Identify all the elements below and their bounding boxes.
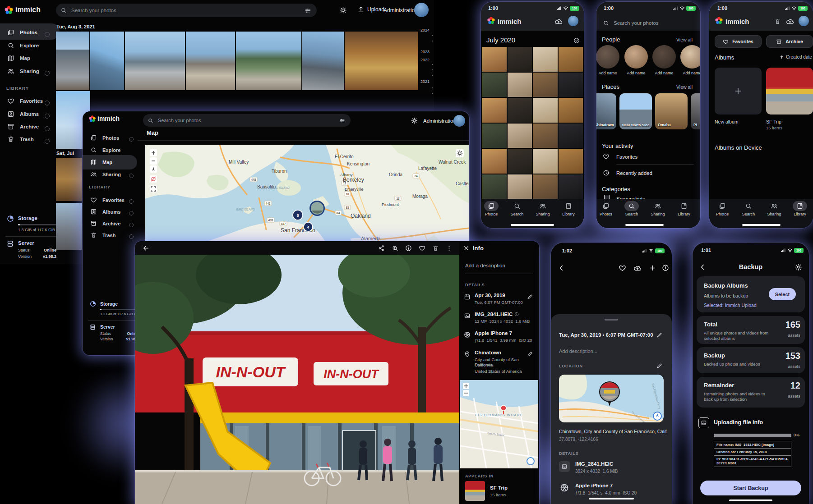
cloud-sync-icon[interactable] [554,18,563,26]
close-icon[interactable] [463,245,470,252]
zoom-icon[interactable] [392,245,398,252]
home-indicator[interactable] [511,224,554,226]
mini-map-zoom-in[interactable] [463,383,469,389]
photo-thumbnail[interactable] [559,47,583,72]
photo-thumbnail[interactable] [482,174,507,199]
avatar[interactable] [414,3,429,17]
person-face[interactable] [652,45,676,69]
start-backup-button[interactable]: Start Backup [700,481,801,495]
sidebar-item-albums[interactable]: Albums [7,110,39,118]
archive-button[interactable]: Archive [766,35,813,48]
sidebar-item-photos[interactable]: Photos [90,134,119,141]
add-name-label[interactable]: Add name [624,71,648,75]
photo-thumbnail[interactable] [508,149,532,174]
theme-toggle-icon[interactable] [339,6,347,14]
filter-sliders-icon[interactable] [339,118,345,124]
theme-toggle-icon[interactable] [411,117,418,124]
sidebar-item-sharing[interactable]: Sharing [90,171,121,178]
info-icon[interactable] [514,312,519,316]
photo-thumbnail[interactable] [533,149,558,174]
nav-label-photos[interactable]: Photos [596,212,616,216]
nav-label-photos[interactable]: Photos [712,212,732,216]
map-compass-button[interactable] [150,165,157,173]
add-name-label[interactable]: Add name [596,71,619,75]
map-zoom-in-button[interactable] [150,149,157,156]
compass-icon[interactable] [653,412,661,420]
photo-thumbnail[interactable] [186,32,235,90]
nav-label-search[interactable]: Search [622,212,642,216]
person-face[interactable] [624,45,648,69]
sharing-icon[interactable] [654,202,661,210]
add-name-label[interactable]: Add name [680,71,700,75]
edit-pencil-icon[interactable] [656,332,662,338]
photo-thumbnail[interactable] [236,32,301,90]
favorites-row[interactable]: Favorites [616,154,637,160]
add-name-label[interactable]: Add name [652,71,676,75]
edit-pencil-icon[interactable] [527,294,533,300]
share-icon[interactable] [378,245,385,252]
photo-thumbnail[interactable] [559,149,583,174]
nav-label-library[interactable]: Library [790,212,810,216]
place-card[interactable]: Near North Side [619,93,652,129]
edit-pencil-icon[interactable] [527,351,533,357]
map-zoom-out-button[interactable] [150,157,157,165]
nav-label-sharing[interactable]: Sharing [764,212,784,216]
photo-thumbnail[interactable] [482,149,507,174]
map-hide-markers-button[interactable] [150,175,157,183]
add-description-placeholder[interactable]: Add description... [559,348,597,354]
scrubber-year[interactable]: 2021 [418,79,430,84]
select-button[interactable]: Select [769,288,796,300]
photo-thumbnail[interactable] [482,98,507,123]
sort-created-date[interactable]: Created date [779,55,812,60]
gear-icon[interactable] [795,263,802,271]
scrubber-year[interactable]: 2024 [418,28,430,32]
home-indicator[interactable] [589,498,634,499]
map-settings-button[interactable] [456,149,464,157]
photo-thumbnail[interactable] [508,73,532,97]
scrubber-year[interactable]: 2022 [418,58,430,62]
sidebar-item-map[interactable]: Map [90,159,112,165]
nav-label-sharing[interactable]: Sharing [533,212,553,216]
search-placeholder[interactable]: Search your photos [614,20,659,26]
home-indicator[interactable] [729,499,772,501]
search-icon[interactable] [745,202,752,210]
nav-label-search[interactable]: Search [507,212,527,216]
photo-thumbnail[interactable] [482,47,507,72]
sidebar-item-archive[interactable]: Archive [90,220,120,227]
photo-thumbnail[interactable] [533,124,558,148]
nav-label-library[interactable]: Library [559,212,578,216]
info-icon[interactable] [662,264,669,271]
album-card-sf-trip[interactable] [766,68,813,115]
map-fullscreen-button[interactable] [150,185,157,192]
place-card[interactable]: Omaha [655,93,688,129]
favorite-heart-icon[interactable] [619,264,626,272]
photo-thumbnail[interactable] [508,98,532,123]
select-check-icon[interactable] [573,37,580,44]
photo-thumbnail[interactable] [559,174,583,199]
compass-icon[interactable] [527,458,534,465]
home-indicator[interactable] [742,224,781,226]
map-cluster-marker[interactable]: 4 [304,222,313,231]
photo-thumbnail[interactable] [125,32,185,90]
photo-thumbnail[interactable] [533,174,558,199]
info-icon[interactable] [405,245,412,252]
add-plus-icon[interactable] [649,264,656,272]
photo-thumbnail[interactable] [90,32,124,90]
person-face[interactable] [596,45,619,69]
location-mini-map[interactable]: FISHERMAN'S WHARF Beach Street [460,380,538,468]
photo-thumbnail[interactable] [533,47,558,72]
back-chevron-icon[interactable] [558,264,565,272]
trash-icon[interactable] [774,18,781,25]
cloud-upload-icon[interactable] [633,264,642,272]
avatar[interactable] [799,16,809,26]
sidebar-item-favorites[interactable]: Favorites [90,197,125,203]
photo-thumbnail[interactable] [533,73,558,97]
description-placeholder[interactable]: Add a description [465,263,505,268]
map-photo-marker[interactable] [309,201,325,216]
photo-thumbnail[interactable] [482,124,507,148]
nav-label-sharing[interactable]: Sharing [648,212,668,216]
more-kebab-icon[interactable] [446,245,453,252]
photo-thumbnail[interactable] [508,174,532,199]
photo-thumbnail[interactable] [56,203,82,250]
sidebar-item-trash[interactable]: Trash [90,232,115,238]
